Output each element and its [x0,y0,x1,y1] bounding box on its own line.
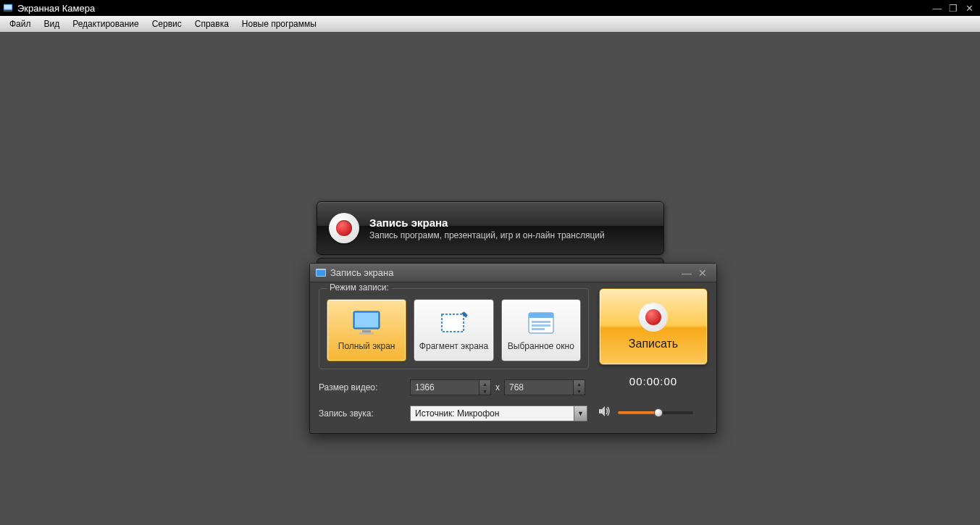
svg-rect-2 [4,11,12,12]
mode-full-screen-button[interactable]: Полный экран [327,299,406,361]
record-dot-icon [639,303,668,332]
audio-source-value: Источник: Микрофон [415,408,499,419]
svg-rect-8 [359,332,374,335]
menu-service[interactable]: Сервис [146,19,188,29]
menu-file[interactable]: Файл [3,19,38,29]
menu-edit[interactable]: Редактирование [66,19,145,29]
app-logo-icon [3,3,13,13]
mode-fragment-button[interactable]: Фрагмент экрана [414,299,493,361]
svg-rect-9 [442,314,464,332]
window-icon [525,309,557,337]
dialog-titlebar: Запись экрана — ✕ [310,264,716,282]
volume-thumb[interactable] [654,408,663,417]
svg-rect-11 [529,313,553,318]
close-window-button[interactable]: ✕ [961,3,977,14]
menu-help[interactable]: Справка [188,19,235,29]
dialog-close-button[interactable]: ✕ [695,267,711,279]
record-dialog: Запись экрана — ✕ Режим записи: [309,263,717,434]
record-button-label: Записать [629,337,678,350]
height-value: 768 [509,382,524,392]
height-spinner[interactable]: ▲▼ [573,380,585,395]
banner-subtitle: Запись программ, презентаций, игр и он-л… [369,230,605,240]
record-icon [329,213,359,243]
svg-rect-13 [532,324,550,327]
svg-rect-4 [317,270,325,276]
timecode: 00:00:00 [599,375,708,387]
menubar: Файл Вид Редактирование Сервис Справка Н… [0,16,980,32]
monitor-icon [351,309,382,337]
svg-rect-6 [355,313,378,327]
mode-full-label: Полный экран [338,341,395,351]
record-button[interactable]: Записать [599,288,708,365]
dialog-title: Запись экрана [330,267,393,278]
selection-icon [437,309,469,337]
svg-rect-7 [362,330,371,332]
record-banner[interactable]: Запись экрана Запись программ, презентац… [317,201,664,255]
svg-rect-1 [4,5,12,9]
dialog-minimize-button[interactable]: — [679,267,695,279]
maximize-button[interactable]: ❐ [945,3,961,14]
size-separator: x [495,382,500,392]
menu-new-programs[interactable]: Новые программы [235,19,323,29]
banner-title: Запись экрана [369,217,605,229]
minimize-button[interactable]: — [929,3,945,14]
mode-group-label: Режим записи: [327,282,392,293]
volume-icon [599,406,611,419]
audio-label: Запись звука: [319,408,410,419]
mode-groupbox: Режим записи: Полный экран [319,288,589,369]
height-input[interactable]: 768 ▲▼ [504,379,585,395]
audio-source-dropdown[interactable]: Источник: Микрофон ▼ [410,406,587,421]
titlebar: Экранная Камера — ❐ ✕ [0,0,980,16]
menu-view[interactable]: Вид [38,19,67,29]
svg-rect-12 [532,321,550,323]
video-size-label: Размер видео: [319,382,410,392]
volume-slider[interactable] [618,411,693,414]
mode-window-button[interactable]: Выбранное окно [501,299,581,361]
width-spinner[interactable]: ▲▼ [479,380,490,395]
window-title: Экранная Камера [17,3,95,14]
mode-window-label: Выбранное окно [508,341,574,351]
mode-fragment-label: Фрагмент экрана [419,341,488,351]
svg-rect-14 [532,328,545,330]
svg-marker-15 [599,406,605,416]
width-value: 1366 [415,382,435,392]
width-input[interactable]: 1366 ▲▼ [410,379,491,395]
chevron-down-icon: ▼ [574,406,587,421]
dialog-icon [316,269,326,277]
